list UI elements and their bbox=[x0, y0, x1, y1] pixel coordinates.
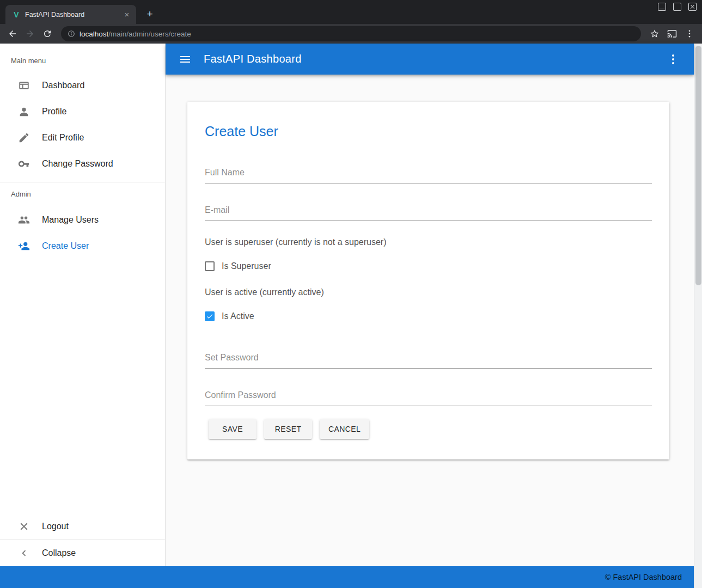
sidebar-item-collapse[interactable]: Collapse bbox=[0, 540, 165, 566]
set-password-input[interactable] bbox=[205, 351, 652, 369]
superuser-hint: User is superuser (currently is not a su… bbox=[205, 237, 652, 247]
email-field bbox=[205, 203, 652, 221]
person-icon bbox=[17, 105, 30, 118]
page-content: Create User User is superuser (currently… bbox=[166, 75, 694, 566]
maximize-icon[interactable] bbox=[673, 3, 681, 11]
address-bar[interactable]: localhost/main/admin/users/create bbox=[61, 26, 641, 41]
create-user-card: Create User User is superuser (currently… bbox=[187, 102, 669, 460]
sidebar-item-label: Edit Profile bbox=[42, 133, 84, 143]
sidebar-item-create-user[interactable]: Create User bbox=[0, 233, 165, 259]
sidebar-spacer bbox=[0, 259, 165, 513]
url-path: /main/admin/users/create bbox=[108, 30, 191, 38]
reload-icon[interactable] bbox=[39, 26, 56, 42]
back-arrow-icon[interactable] bbox=[4, 26, 21, 42]
reset-button[interactable]: RESET bbox=[264, 419, 312, 439]
confirm-password-field bbox=[205, 388, 652, 406]
tab-close-icon[interactable]: × bbox=[122, 10, 132, 20]
forward-arrow-icon[interactable] bbox=[22, 26, 38, 42]
cast-icon[interactable] bbox=[664, 26, 680, 42]
app-viewport: Main menu Dashboard Profile Edit Profile… bbox=[0, 44, 702, 588]
info-icon[interactable] bbox=[68, 30, 75, 38]
sidebar-item-label: Profile bbox=[42, 107, 66, 117]
chevron-left-icon bbox=[17, 547, 30, 560]
close-icon[interactable] bbox=[688, 3, 697, 11]
save-button[interactable]: SAVE bbox=[209, 419, 257, 439]
url-text: localhost/main/admin/users/create bbox=[80, 30, 191, 38]
page-scrollbar[interactable] bbox=[694, 44, 702, 588]
set-password-field bbox=[205, 351, 652, 369]
app-bar-title: FastAPI Dashboard bbox=[204, 53, 302, 65]
browser-menu-kebab-icon[interactable] bbox=[681, 26, 698, 42]
sidebar-section-admin: Admin bbox=[0, 182, 165, 207]
scrollbar-thumb[interactable] bbox=[695, 46, 701, 285]
full-name-input[interactable] bbox=[205, 166, 652, 183]
sidebar-item-edit-profile[interactable]: Edit Profile bbox=[0, 125, 165, 151]
sidebar-item-label: Manage Users bbox=[42, 215, 99, 225]
is-active-checkbox[interactable]: Is Active bbox=[205, 311, 652, 321]
sidebar-item-change-password[interactable]: Change Password bbox=[0, 151, 165, 177]
pencil-icon bbox=[17, 131, 30, 144]
close-icon bbox=[17, 520, 30, 533]
browser-tab[interactable]: V FastAPI Dashboard × bbox=[5, 5, 136, 24]
confirm-password-input[interactable] bbox=[205, 388, 652, 406]
hamburger-icon[interactable] bbox=[179, 53, 192, 66]
sidebar-item-profile[interactable]: Profile bbox=[0, 99, 165, 125]
sidebar-item-dashboard[interactable]: Dashboard bbox=[0, 72, 165, 99]
checkbox-label: Is Superuser bbox=[222, 261, 271, 271]
browser-toolbar: localhost/main/admin/users/create bbox=[0, 24, 702, 44]
is-superuser-checkbox[interactable]: Is Superuser bbox=[205, 261, 652, 271]
browser-titlebar: V FastAPI Dashboard × + bbox=[0, 0, 702, 24]
dashboard-icon bbox=[17, 79, 30, 92]
url-host: localhost bbox=[80, 30, 108, 38]
star-icon[interactable] bbox=[646, 26, 663, 42]
cancel-button[interactable]: CANCEL bbox=[320, 419, 369, 439]
main-area: FastAPI Dashboard Create User User is su… bbox=[166, 44, 694, 566]
app-footer: © FastAPI Dashboard bbox=[0, 566, 694, 588]
minimize-icon[interactable] bbox=[658, 3, 666, 11]
app-bar: FastAPI Dashboard bbox=[166, 44, 694, 75]
active-hint: User is active (currently active) bbox=[205, 287, 652, 297]
navigation-drawer: Main menu Dashboard Profile Edit Profile… bbox=[0, 44, 166, 566]
sidebar-item-label: Dashboard bbox=[42, 81, 84, 90]
favicon-icon: V bbox=[12, 10, 21, 19]
full-name-field bbox=[205, 166, 652, 183]
sidebar-item-label: Change Password bbox=[42, 159, 113, 169]
sidebar-item-label: Create User bbox=[42, 241, 89, 251]
sidebar-item-label: Logout bbox=[42, 522, 69, 531]
app-menu-kebab-icon[interactable] bbox=[667, 53, 680, 66]
sidebar-item-manage-users[interactable]: Manage Users bbox=[0, 207, 165, 233]
checkbox-checked-icon[interactable] bbox=[205, 311, 215, 321]
people-icon bbox=[17, 213, 30, 226]
tab-title: FastAPI Dashboard bbox=[25, 11, 118, 19]
checkbox-label: Is Active bbox=[222, 311, 254, 321]
checkbox-icon[interactable] bbox=[205, 261, 215, 271]
new-tab-button[interactable]: + bbox=[143, 7, 157, 21]
sidebar-item-logout[interactable]: Logout bbox=[0, 513, 165, 540]
sidebar-item-label: Collapse bbox=[42, 548, 76, 558]
page-title: Create User bbox=[205, 124, 652, 139]
copyright-text: © FastAPI Dashboard bbox=[605, 573, 682, 581]
person-add-icon bbox=[17, 240, 30, 253]
email-input[interactable] bbox=[205, 203, 652, 221]
key-icon bbox=[17, 157, 30, 170]
window-controls bbox=[658, 3, 697, 11]
sidebar-section-main-menu: Main menu bbox=[0, 44, 165, 72]
form-actions: SAVE RESET CANCEL bbox=[205, 419, 652, 439]
